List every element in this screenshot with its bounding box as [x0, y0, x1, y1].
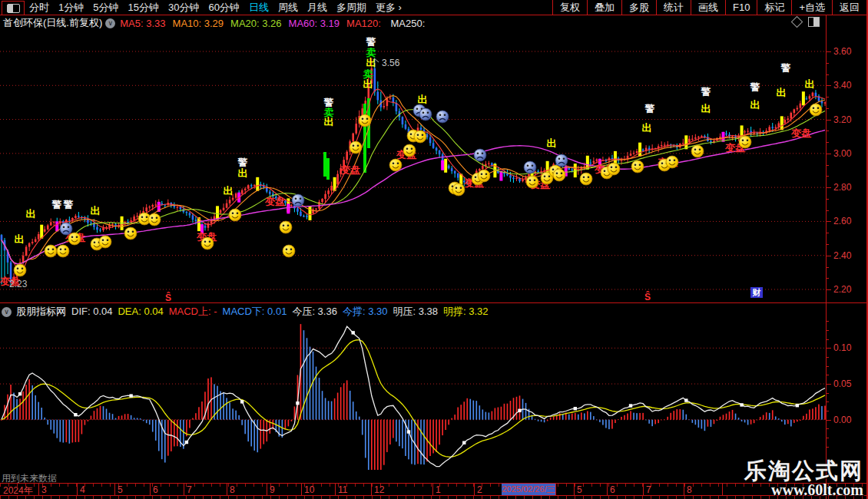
period-tab-monthly[interactable]: 月线	[307, 1, 327, 15]
timeline-label[interactable]: 3	[41, 484, 47, 495]
period-tab-15min[interactable]: 15分钟	[128, 1, 158, 15]
macd-canvas[interactable]	[0, 319, 827, 473]
macd-bar	[146, 420, 147, 423]
candle-body	[621, 160, 623, 160]
top-toolbar: 分时1分钟5分钟15分钟30分钟60分钟日线周线月线多周期更多 › 复权叠加多股…	[0, 0, 868, 15]
window-layout-button[interactable]	[2, 1, 25, 15]
timeline-separator	[722, 484, 723, 495]
macd-bar	[757, 420, 758, 421]
macd-bar	[639, 413, 641, 420]
toolbar-button-返回[interactable]: 返回	[832, 0, 866, 15]
timeline-label[interactable]: 6	[153, 484, 158, 495]
macd-bar	[66, 420, 68, 442]
timeline-label[interactable]: 8	[687, 484, 692, 495]
candle-body	[491, 164, 493, 166]
candle-body	[44, 230, 46, 232]
toolbar-button-复权[interactable]: 复权	[552, 0, 587, 15]
timeline-separator	[643, 484, 644, 495]
macd-bar	[28, 379, 30, 420]
macd-bar	[226, 398, 227, 419]
chart-label: 变盘	[340, 164, 360, 176]
candle-body	[383, 106, 386, 107]
candle-body	[821, 101, 823, 104]
period-tab-60min[interactable]: 60分钟	[208, 1, 239, 15]
macd-bar	[56, 420, 58, 438]
timeline-label[interactable]: 7	[187, 484, 192, 495]
axis-border	[826, 15, 827, 499]
macd-bar	[602, 420, 604, 425]
candle-body	[28, 243, 31, 247]
toolbar-button-F10[interactable]: F10	[725, 0, 757, 15]
smiley-emoji	[389, 159, 402, 171]
macd-bar	[451, 418, 452, 420]
macd-bar	[189, 420, 190, 428]
macd-bar	[356, 411, 357, 420]
indicator-field: 明压: 3.38	[393, 306, 438, 317]
diamond-icon[interactable]	[791, 16, 803, 28]
period-tab-weekly[interactable]: 周线	[278, 1, 298, 15]
chevron-down-icon[interactable]: ∨	[105, 18, 115, 28]
period-tab-multi[interactable]: 多周期	[336, 1, 366, 15]
timeline-label[interactable]: 9	[270, 484, 275, 495]
macd-bar	[809, 409, 810, 419]
period-tab-30min[interactable]: 30分钟	[168, 1, 199, 15]
candle-body	[297, 208, 299, 211]
timeline-label[interactable]: 5	[577, 484, 582, 495]
toolbar-button-统计[interactable]: 统计	[656, 0, 691, 15]
macd-bar	[131, 415, 132, 420]
axis-label: 2.60	[833, 216, 851, 226]
period-tab-1min[interactable]: 1分钟	[58, 1, 84, 15]
split-window-icon[interactable]	[808, 17, 820, 27]
toolbar-button-叠加[interactable]: 叠加	[587, 0, 621, 15]
macd-bar	[229, 402, 230, 419]
main-chart[interactable]: 变盘变盘变盘变盘变盘变盘变盘变盘变盘变盘变盘变盘警警警警警警警警警卖卖卖出出出出…	[0, 31, 827, 303]
macd-bar	[704, 420, 706, 431]
toolbar-button-画线[interactable]: 画线	[691, 0, 725, 15]
toolbar-button-+自选[interactable]: +自选	[791, 0, 832, 15]
timeline-label[interactable]: 11	[338, 484, 347, 495]
candlestick-canvas[interactable]: 变盘变盘变盘变盘变盘变盘变盘变盘变盘变盘变盘变盘警警警警警警警警警卖卖卖出出出出…	[0, 31, 827, 303]
timeline-label[interactable]: 8	[230, 484, 235, 495]
macd-bar	[781, 420, 783, 421]
candle-body	[509, 175, 512, 177]
macd-bar	[599, 420, 601, 422]
timeline-label[interactable]: 10	[304, 484, 314, 495]
macd-bar	[10, 385, 12, 420]
macd-bar	[328, 401, 330, 419]
selected-date[interactable]: 2025/02/26/三	[502, 484, 555, 495]
chevron-down-icon[interactable]: ∨	[2, 307, 12, 317]
period-tab-more[interactable]: 更多 ›	[376, 1, 402, 15]
candle-body	[701, 136, 703, 137]
candle-body	[324, 194, 326, 199]
macd-bar	[516, 397, 518, 420]
period-tab-daily[interactable]: 日线	[249, 1, 269, 15]
timeline-label[interactable]: 5	[118, 484, 123, 495]
toolbar-button-标记[interactable]: 标记	[757, 0, 791, 15]
axis-tick	[827, 278, 829, 279]
candle-body	[402, 117, 404, 124]
macd-panel[interactable]	[0, 319, 827, 473]
ma-values: MA5: 3.33MA10: 3.29MA20: 3.26MA60: 3.19M…	[120, 18, 432, 29]
period-tab-fenshi[interactable]: 分时	[29, 1, 49, 15]
signal-bar-yellow	[780, 116, 784, 130]
candle-body	[250, 185, 253, 186]
axis-label: 2.80	[833, 182, 851, 193]
candle-body	[596, 160, 598, 161]
macd-bar	[235, 411, 237, 420]
timeline-label[interactable]: 1	[436, 484, 441, 495]
timeline-label[interactable]: 6	[610, 484, 615, 495]
timeline-label[interactable]: 7	[646, 484, 651, 495]
candle-body	[512, 178, 515, 180]
macd-bar	[50, 420, 51, 430]
timeline-label[interactable]: 2	[477, 484, 482, 495]
timeline-label[interactable]: 4	[80, 484, 85, 495]
toolbar-button-多股[interactable]: 多股	[621, 0, 656, 15]
macd-bar	[285, 420, 287, 430]
macd-bar	[787, 420, 789, 425]
timeline-label[interactable]: 12	[374, 484, 384, 495]
period-tab-5min[interactable]: 5分钟	[93, 1, 118, 15]
timeline[interactable]: 2024年34567891011121256782025/02/26/三	[0, 484, 866, 495]
candle-body	[731, 136, 734, 137]
axis-label: 0.00	[833, 415, 851, 425]
candle-body	[506, 173, 509, 175]
